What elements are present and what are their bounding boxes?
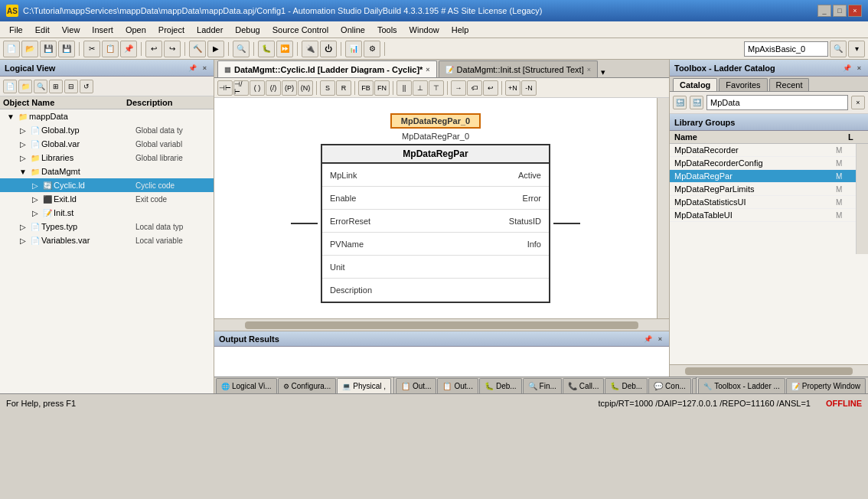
tab-logical-view[interactable]: 🌐 Logical Vi... xyxy=(216,378,277,393)
tab-fin[interactable]: 🔍Fin... xyxy=(523,378,562,393)
tb-lad-coil-p[interactable]: (P) xyxy=(282,80,297,96)
tab-deb2[interactable]: 🐛Deb... xyxy=(605,378,648,393)
tab-toolbox-ladder[interactable]: 🔧 Toolbox - Ladder ... xyxy=(698,378,785,393)
maximize-button[interactable]: □ xyxy=(833,5,847,17)
tree-item-globalvar[interactable]: ▷ 📄 Global.var Global variabl xyxy=(0,137,214,151)
tb-tree-filter[interactable]: 🔍 xyxy=(34,80,47,93)
tb-lad-branch[interactable]: ⊥ xyxy=(413,80,428,96)
tab-physical[interactable]: 💻 Physical , xyxy=(337,378,391,393)
tab-catalog[interactable]: Catalog xyxy=(673,78,717,91)
tb-lad-jump[interactable]: → xyxy=(451,80,466,96)
tab-cyclicld[interactable]: ▦ DataMgmt::Cyclic.ld [Ladder Diagram - … xyxy=(217,60,437,77)
tb-tree-folder[interactable]: 📁 xyxy=(18,80,32,93)
tb-debug[interactable]: 🐛 xyxy=(258,41,275,57)
tb-redo[interactable]: ↪ xyxy=(164,41,181,57)
tb-lad-reset[interactable]: R xyxy=(336,80,351,96)
tab-con[interactable]: 💬Con... xyxy=(648,378,691,393)
tb-search[interactable]: 🔍 xyxy=(233,41,250,57)
tab-dropdown[interactable]: ▾ xyxy=(601,67,605,77)
lib-item-mpdataregpar[interactable]: MpDataRegPar M xyxy=(670,170,856,183)
lib-item-mpdatatableui[interactable]: MpDataTableUI M xyxy=(670,209,856,222)
tb-lad-net-del[interactable]: -N xyxy=(521,80,537,96)
tb-lad-set[interactable]: S xyxy=(320,80,335,96)
tree-item-mappdata[interactable]: ▼ 📁 mappData xyxy=(0,109,214,123)
tab-deb1[interactable]: 🐛Deb... xyxy=(479,378,522,393)
diagram-area[interactable]: MpDataRegPar_0 MpDataRegPar_0 xyxy=(214,98,657,318)
tab-initst[interactable]: 📝 DataMgmt::Init.st [Structured Text] × xyxy=(439,60,598,77)
menu-open[interactable]: Open xyxy=(119,21,152,38)
menu-edit[interactable]: Edit xyxy=(29,21,56,38)
tb-lad-or[interactable]: || xyxy=(396,80,412,96)
tb-build2[interactable]: ▶ xyxy=(207,41,224,57)
tree-item-initst[interactable]: ▷ 📝 Init.st xyxy=(0,206,214,220)
toolbox-close[interactable]: × xyxy=(855,64,863,72)
tb-lad-join[interactable]: ⊤ xyxy=(429,80,444,96)
tb-lad-coil-neg[interactable]: (/) xyxy=(266,80,281,96)
diagram-hscrollbar[interactable] xyxy=(214,318,669,331)
tb-lad-label[interactable]: 🏷 xyxy=(467,80,482,96)
tb-dropdown[interactable]: ▾ xyxy=(848,41,865,57)
menu-view[interactable]: View xyxy=(56,21,86,38)
lib-item-mpdatarecorder[interactable]: MpDataRecorder M xyxy=(670,144,856,157)
lib-item-mpdataregparlimits[interactable]: MpDataRegParLimits M xyxy=(670,183,856,196)
tb-copy[interactable]: 📋 xyxy=(102,41,119,57)
tab-initst-close[interactable]: × xyxy=(587,66,591,73)
panel-pin[interactable]: 📌 xyxy=(186,64,199,72)
tb-cfg[interactable]: ⚙ xyxy=(364,41,380,57)
menu-source-control[interactable]: Source Control xyxy=(266,21,334,38)
tab-call[interactable]: 📞Call... xyxy=(563,378,605,393)
menu-ladder[interactable]: Ladder xyxy=(191,21,229,38)
panel-close[interactable]: × xyxy=(201,64,209,72)
tb-monitor[interactable]: 📊 xyxy=(345,41,362,57)
diagram-vscrollbar[interactable] xyxy=(657,98,669,318)
tree-item-variablesvar[interactable]: ▷ 📄 Variables.var Local variable xyxy=(0,233,214,247)
tb-online[interactable]: 🔌 xyxy=(302,41,318,57)
tb-forward-icon[interactable]: 🔜 xyxy=(690,96,703,109)
menu-insert[interactable]: Insert xyxy=(86,21,119,38)
tb-lad-coil-n[interactable]: (N) xyxy=(298,80,313,96)
tb-paste[interactable]: 📌 xyxy=(120,41,137,57)
tab-recent[interactable]: Recent xyxy=(769,78,810,91)
tb-lad-fn[interactable]: FN xyxy=(374,80,390,96)
tb-undo[interactable]: ↩ xyxy=(145,41,162,57)
minimize-button[interactable]: _ xyxy=(817,5,831,17)
close-button[interactable]: × xyxy=(848,5,862,17)
tree-item-cyclicld[interactable]: ▷ 🔄 Cyclic.ld Cyclic code xyxy=(0,178,214,192)
toolbox-hscrollbar[interactable] xyxy=(670,364,868,377)
tb-tree-new[interactable]: 📄 xyxy=(3,80,17,93)
tb-lad-contact-nc[interactable]: ⊣/⊢ xyxy=(233,80,249,96)
menu-file[interactable]: File xyxy=(3,21,29,38)
tab-configura[interactable]: ⚙ Configura... xyxy=(278,378,337,393)
toolbox-vscrollbar[interactable] xyxy=(856,144,868,254)
menu-tools[interactable]: Tools xyxy=(371,21,403,38)
tb-search2[interactable]: 🔍 xyxy=(830,41,847,57)
menu-debug[interactable]: Debug xyxy=(229,21,266,38)
tb-offline[interactable]: ⏻ xyxy=(320,41,337,57)
tree-item-globaltyp[interactable]: ▷ 📄 Global.typ Global data ty xyxy=(0,123,214,137)
tb-save2[interactable]: 💾 xyxy=(58,41,75,57)
menu-help[interactable]: Help xyxy=(445,21,475,38)
lib-item-mpdatarecorderconfig[interactable]: MpDataRecorderConfig M xyxy=(670,157,856,170)
tb-tree-collapse[interactable]: ⊟ xyxy=(64,80,78,93)
tb-lad-contact-no[interactable]: ⊣⊢ xyxy=(217,80,233,96)
search-toolbar-input[interactable] xyxy=(744,41,828,57)
tb-search-icon[interactable]: 🔙 xyxy=(673,96,687,109)
tb-step[interactable]: ⏩ xyxy=(276,41,293,57)
tab-out1[interactable]: 📋Out... xyxy=(396,378,436,393)
tree-item-typestyp[interactable]: ▷ 📄 Types.typ Local data typ xyxy=(0,220,214,233)
tree-item-libraries[interactable]: ▷ 📁 Libraries Global librarie xyxy=(0,151,214,165)
output-pin[interactable]: 📌 xyxy=(641,335,654,343)
menu-project[interactable]: Project xyxy=(152,21,191,38)
tab-property-window[interactable]: 📝 Property Window xyxy=(786,378,866,393)
fb-instance-label[interactable]: MpDataRegPar_0 xyxy=(390,113,481,129)
tab-favorites[interactable]: Favorites xyxy=(719,78,767,91)
tb-tree-refresh[interactable]: ↺ xyxy=(80,80,93,93)
tb-open[interactable]: 📂 xyxy=(21,41,38,57)
tb-lad-coil[interactable]: ( ) xyxy=(250,80,265,96)
tb-tree-expand[interactable]: ⊞ xyxy=(49,80,63,93)
tree-item-exitld[interactable]: ▷ ⬛ Exit.ld Exit code xyxy=(0,192,214,206)
tb-new[interactable]: 📄 xyxy=(3,41,20,57)
tab-out2[interactable]: 📋Out... xyxy=(437,378,478,393)
tb-close-icon[interactable]: × xyxy=(851,96,865,109)
lib-item-mpdatastatisticsui[interactable]: MpDataStatisticsUI M xyxy=(670,196,856,209)
